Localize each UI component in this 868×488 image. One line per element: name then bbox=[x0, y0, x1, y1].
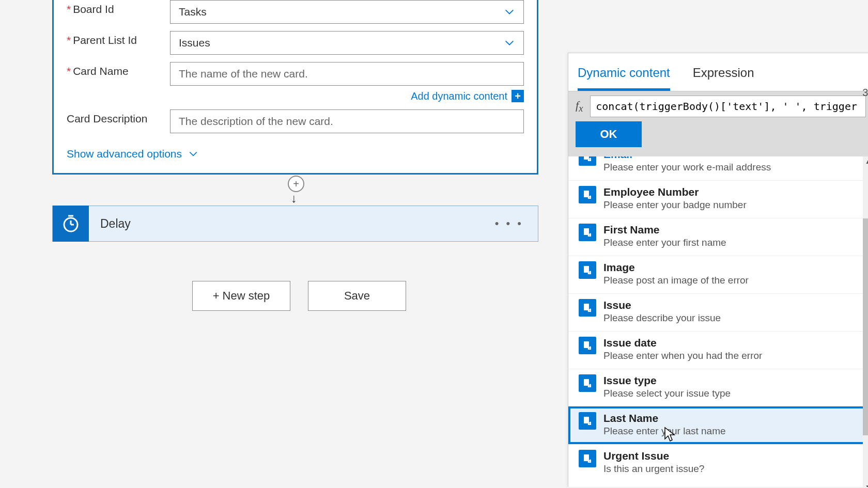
scroll-up-button[interactable]: ▲ bbox=[863, 156, 868, 167]
dynamic-content-panel: Dynamic content Expression fx concat(tri… bbox=[568, 53, 868, 487]
dynamic-content-item[interactable]: Last NamePlease enter your last name bbox=[568, 406, 868, 444]
delay-icon bbox=[53, 206, 89, 242]
dynamic-content-item[interactable]: Issue datePlease enter when you had the … bbox=[568, 331, 868, 369]
scroll-down-button[interactable]: ▼ bbox=[863, 482, 868, 487]
page-indicator: 3/ bbox=[862, 87, 868, 99]
input-card-name[interactable]: The name of the new card. bbox=[170, 62, 524, 86]
dynamic-content-item[interactable]: EmailPlease enter your work e-mail addre… bbox=[568, 156, 868, 180]
panel-tabs: Dynamic content Expression bbox=[568, 53, 868, 91]
row-card-description: Card Description The description of the … bbox=[67, 102, 524, 133]
chevron-down-icon bbox=[504, 6, 515, 18]
expression-bar: fx concat(triggerBody()['text'], ' ', tr… bbox=[568, 91, 868, 121]
tab-dynamic-content[interactable]: Dynamic content bbox=[578, 66, 670, 91]
select-board-id[interactable]: Tasks bbox=[170, 0, 524, 24]
item-description: Please enter your first name bbox=[603, 236, 726, 248]
connector-icon bbox=[579, 412, 596, 430]
item-title: Issue date bbox=[603, 337, 762, 349]
tab-expression[interactable]: Expression bbox=[693, 66, 754, 91]
item-title: Image bbox=[603, 261, 749, 274]
dynamic-content-item[interactable]: Issue typePlease select your issue type bbox=[568, 369, 868, 406]
svg-rect-2 bbox=[584, 191, 589, 197]
connector-icon bbox=[579, 374, 596, 392]
show-advanced-options[interactable]: Show advanced options bbox=[67, 133, 198, 160]
input-card-description[interactable]: The description of the new card. bbox=[170, 109, 524, 133]
item-description: Please post an image of the error bbox=[603, 274, 749, 286]
dynamic-content-item[interactable]: Urgent IssueIs this an urgent issue? bbox=[568, 444, 868, 482]
svg-rect-7 bbox=[584, 379, 589, 386]
connector-icon bbox=[579, 186, 596, 203]
item-title: Issue bbox=[603, 299, 721, 311]
add-dynamic-content-link[interactable]: Add dynamic content + bbox=[411, 90, 524, 102]
row-card-name: *Card Name The name of the new card. Add… bbox=[67, 55, 524, 102]
connector-icon bbox=[579, 450, 596, 467]
svg-rect-3 bbox=[584, 228, 589, 235]
item-title: First Name bbox=[603, 224, 726, 236]
create-card-editor: *Board Id Tasks *Parent List Id Issues *… bbox=[52, 0, 538, 175]
item-description: Please enter your last name bbox=[603, 424, 726, 437]
label-board-id: *Board Id bbox=[67, 0, 170, 15]
item-description: Please enter your badge number bbox=[603, 198, 747, 211]
flow-arrow-icon: ↓ bbox=[291, 191, 297, 206]
dynamic-content-item[interactable]: IssuePlease describe your issue bbox=[568, 293, 868, 331]
select-parent-list-id[interactable]: Issues bbox=[170, 31, 524, 55]
svg-rect-8 bbox=[584, 417, 589, 423]
svg-rect-6 bbox=[584, 341, 589, 348]
row-parent-list-id: *Parent List Id Issues bbox=[67, 24, 524, 55]
expression-input[interactable]: concat(triggerBody()['text'], ' ', trigg… bbox=[590, 96, 866, 117]
item-title: Issue type bbox=[603, 374, 731, 387]
label-parent-list-id: *Parent List Id bbox=[67, 31, 170, 46]
save-button[interactable]: Save bbox=[308, 281, 406, 311]
item-title: Email bbox=[603, 156, 771, 161]
dynamic-content-item[interactable]: ImagePlease post an image of the error bbox=[568, 256, 868, 293]
fx-icon: fx bbox=[576, 99, 583, 114]
item-description: Please enter your work e-mail address bbox=[603, 161, 771, 173]
item-title: Urgent Issue bbox=[603, 450, 704, 462]
row-board-id: *Board Id Tasks bbox=[67, 0, 524, 24]
ok-button[interactable]: OK bbox=[576, 121, 642, 147]
label-card-name: *Card Name bbox=[67, 62, 170, 77]
item-description: Please describe your issue bbox=[603, 311, 721, 324]
connector-icon bbox=[579, 337, 596, 354]
connector-icon bbox=[579, 156, 596, 166]
item-title: Last Name bbox=[603, 412, 726, 424]
svg-rect-1 bbox=[584, 156, 589, 160]
delay-title: Delay bbox=[89, 217, 495, 231]
chevron-down-icon bbox=[504, 37, 515, 49]
footer-buttons: + New step Save bbox=[192, 281, 406, 311]
connector-icon bbox=[579, 299, 596, 317]
svg-rect-5 bbox=[584, 304, 589, 310]
connector-icon bbox=[579, 261, 596, 279]
chevron-down-icon bbox=[188, 149, 198, 159]
card-menu-button[interactable]: • • • bbox=[495, 217, 538, 230]
item-description: Please select your issue type bbox=[603, 387, 731, 399]
connector-icon bbox=[579, 224, 596, 241]
new-step-button[interactable]: + New step bbox=[192, 281, 290, 311]
item-title: Employee Number bbox=[603, 186, 747, 198]
scrollbar-thumb[interactable] bbox=[863, 218, 868, 435]
item-description: Is this an urgent issue? bbox=[603, 462, 704, 475]
dynamic-content-list[interactable]: EmailPlease enter your work e-mail addre… bbox=[568, 156, 868, 487]
dynamic-content-item[interactable]: First NamePlease enter your first name bbox=[568, 218, 868, 256]
svg-rect-4 bbox=[584, 266, 589, 273]
dynamic-content-item[interactable]: Employee NumberPlease enter your badge n… bbox=[568, 180, 868, 218]
svg-rect-9 bbox=[584, 454, 589, 461]
item-description: Please enter when you had the error bbox=[603, 349, 762, 361]
delay-action-card[interactable]: Delay • • • bbox=[52, 206, 538, 242]
add-step-node[interactable]: + bbox=[288, 176, 304, 192]
label-card-description: Card Description bbox=[67, 109, 170, 125]
plus-icon: + bbox=[512, 90, 524, 102]
